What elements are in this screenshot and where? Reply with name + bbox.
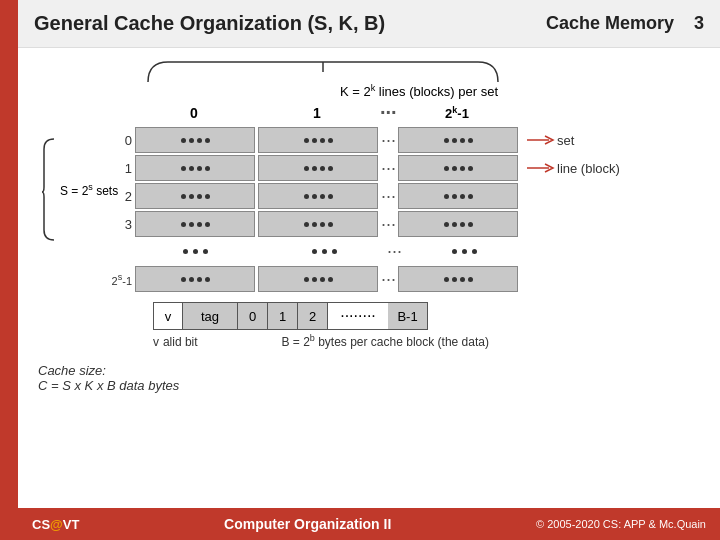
footer-center: Computer Organization II xyxy=(224,516,391,532)
slide-title: General Cache Organization (S, K, B) xyxy=(34,12,385,35)
cache-block-0-last xyxy=(398,127,518,153)
footer-right: © 2005-2020 CS: APP & Mc.Quain xyxy=(536,518,706,530)
main-content: K = 2k lines (blocks) per set 0 1 ··· 2k… xyxy=(18,48,720,540)
v-cell: v xyxy=(153,302,183,330)
cache-block-last-last xyxy=(398,266,518,292)
row-label-last: 2s-1 xyxy=(108,272,132,287)
block-detail-row: v tag 0 1 2 ········ B-1 xyxy=(153,302,700,330)
cache-memory-label: Cache Memory xyxy=(546,13,674,34)
k-brace-svg xyxy=(138,58,508,86)
col-header-last: 2k-1 xyxy=(397,105,517,121)
col-header-1: 1 xyxy=(257,105,377,121)
set-label: set xyxy=(527,130,574,150)
cache-block-3-last xyxy=(398,211,518,237)
cache-block-1-1 xyxy=(258,155,378,181)
cache-block-1-0 xyxy=(135,155,255,181)
b1-cell: B-1 xyxy=(388,302,428,330)
cache-row-2: 2 ··· xyxy=(108,183,620,209)
cache-row-last: 2s-1 ··· xyxy=(108,266,620,292)
byte-0-cell: 0 xyxy=(238,302,268,330)
cache-size-formula: C = S x K x B data bytes xyxy=(38,378,700,393)
page-number: 3 xyxy=(694,13,704,34)
cache-row-3: 3 ··· xyxy=(108,211,620,237)
cache-block-1-last xyxy=(398,155,518,181)
cache-block-2-0 xyxy=(135,183,255,209)
byte-1-cell: 1 xyxy=(268,302,298,330)
cache-block-3-0 xyxy=(135,211,255,237)
cache-size-section: Cache size: C = S x K x B data bytes xyxy=(38,363,700,393)
cache-size-label: Cache size: xyxy=(38,363,700,378)
valid-bit-label: v alid bit B = 2b bytes per cache block … xyxy=(153,333,700,349)
byte-2-cell: 2 xyxy=(298,302,328,330)
cache-block-2-1 xyxy=(258,183,378,209)
cache-row-0: 0 ··· set xyxy=(108,127,620,153)
cache-row-1: 1 ··· line (block) xyxy=(108,155,620,181)
cache-block-3-1 xyxy=(258,211,378,237)
slide-header: General Cache Organization (S, K, B) Cac… xyxy=(18,0,720,48)
col-dots-header: ··· xyxy=(380,101,394,124)
dots-cell: ········ xyxy=(328,302,388,330)
row-dots-0: ··· xyxy=(381,130,395,151)
line-label: line (block) xyxy=(527,158,620,178)
col-header-0: 0 xyxy=(134,105,254,121)
footer-left: CS@VT xyxy=(32,517,79,532)
footer-bar: CS@VT Computer Organization II © 2005-20… xyxy=(18,508,720,540)
cache-block-0-0 xyxy=(135,127,255,153)
tag-cell: tag xyxy=(183,302,238,330)
cache-block-2-last xyxy=(398,183,518,209)
cache-block-0-1 xyxy=(258,127,378,153)
header-right: Cache Memory 3 xyxy=(546,13,704,34)
left-accent-bar xyxy=(0,0,18,540)
cache-block-last-1 xyxy=(258,266,378,292)
s-sets-label: S = 2s sets xyxy=(40,137,118,242)
vert-dots-row: ··· xyxy=(135,241,620,262)
cache-block-last-0 xyxy=(135,266,255,292)
row-dots-1: ··· xyxy=(381,158,395,179)
